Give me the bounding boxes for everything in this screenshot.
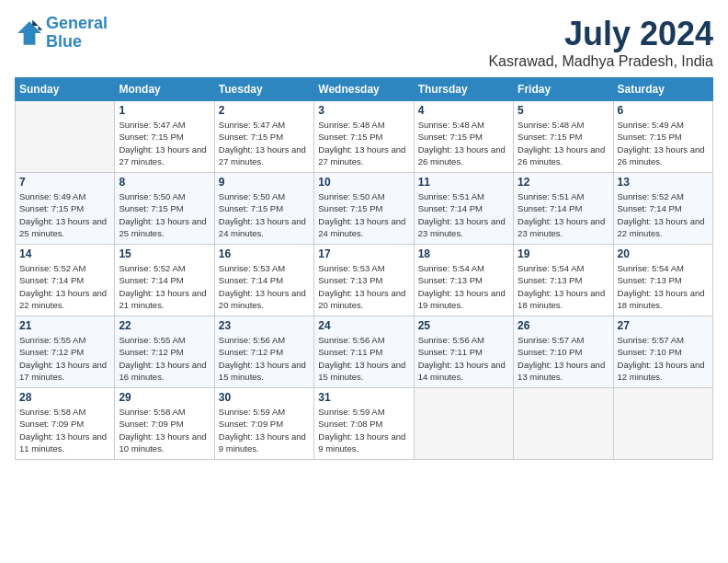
day-info: Sunrise: 5:52 AMSunset: 7:14 PMDaylight:… xyxy=(618,190,709,239)
calendar-day-cell: 26Sunrise: 5:57 AMSunset: 7:10 PMDayligh… xyxy=(514,316,613,388)
calendar-day-cell: 20Sunrise: 5:54 AMSunset: 7:13 PMDayligh… xyxy=(613,245,712,316)
calendar-day-cell xyxy=(16,101,115,173)
day-number: 4 xyxy=(418,104,509,117)
calendar-day-cell: 6Sunrise: 5:49 AMSunset: 7:15 PMDaylight… xyxy=(613,101,712,173)
calendar-day-cell xyxy=(613,388,712,460)
logo: General Blue xyxy=(15,15,108,52)
day-info: Sunrise: 5:53 AMSunset: 7:14 PMDaylight:… xyxy=(219,262,310,311)
calendar-day-cell: 10Sunrise: 5:50 AMSunset: 7:15 PMDayligh… xyxy=(314,173,414,245)
calendar-table: SundayMondayTuesdayWednesdayThursdayFrid… xyxy=(15,77,713,460)
day-info: Sunrise: 5:59 AMSunset: 7:08 PMDaylight:… xyxy=(318,406,409,454)
day-number: 23 xyxy=(219,319,310,332)
day-info: Sunrise: 5:54 AMSunset: 7:13 PMDaylight:… xyxy=(418,262,509,311)
calendar-day-cell: 11Sunrise: 5:51 AMSunset: 7:14 PMDayligh… xyxy=(414,173,513,245)
calendar-week-row: 1Sunrise: 5:47 AMSunset: 7:15 PMDaylight… xyxy=(16,101,713,173)
day-info: Sunrise: 5:48 AMSunset: 7:15 PMDaylight:… xyxy=(518,119,609,167)
day-info: Sunrise: 5:58 AMSunset: 7:09 PMDaylight:… xyxy=(19,406,110,454)
day-number: 31 xyxy=(318,391,409,404)
logo-icon xyxy=(15,18,44,48)
calendar-day-cell: 9Sunrise: 5:50 AMSunset: 7:15 PMDaylight… xyxy=(214,173,313,245)
day-number: 17 xyxy=(318,247,409,260)
day-number: 19 xyxy=(518,247,609,260)
calendar-day-cell: 13Sunrise: 5:52 AMSunset: 7:14 PMDayligh… xyxy=(613,173,712,245)
day-number: 30 xyxy=(219,391,310,404)
calendar-day-cell: 29Sunrise: 5:58 AMSunset: 7:09 PMDayligh… xyxy=(115,388,214,460)
day-number: 8 xyxy=(119,176,210,189)
day-info: Sunrise: 5:51 AMSunset: 7:14 PMDaylight:… xyxy=(518,190,609,239)
day-info: Sunrise: 5:56 AMSunset: 7:12 PMDaylight:… xyxy=(219,334,310,383)
day-info: Sunrise: 5:47 AMSunset: 7:15 PMDaylight:… xyxy=(119,119,210,167)
day-info: Sunrise: 5:49 AMSunset: 7:15 PMDaylight:… xyxy=(618,119,709,167)
title-block: July 2024 Kasrawad, Madhya Pradesh, Indi… xyxy=(488,15,713,70)
calendar-day-cell: 25Sunrise: 5:56 AMSunset: 7:11 PMDayligh… xyxy=(414,316,513,388)
svg-marker-0 xyxy=(17,21,41,45)
day-number: 22 xyxy=(119,319,210,332)
weekday-header: Tuesday xyxy=(214,78,313,101)
day-info: Sunrise: 5:56 AMSunset: 7:11 PMDaylight:… xyxy=(418,334,509,383)
day-number: 6 xyxy=(618,104,709,117)
day-number: 20 xyxy=(618,247,709,260)
calendar-day-cell: 8Sunrise: 5:50 AMSunset: 7:15 PMDaylight… xyxy=(115,173,214,245)
day-info: Sunrise: 5:52 AMSunset: 7:14 PMDaylight:… xyxy=(19,262,110,311)
calendar-day-cell xyxy=(514,388,613,460)
day-number: 5 xyxy=(518,104,609,117)
calendar-day-cell: 24Sunrise: 5:56 AMSunset: 7:11 PMDayligh… xyxy=(314,316,414,388)
day-number: 13 xyxy=(618,176,709,189)
day-number: 10 xyxy=(318,176,409,189)
day-number: 18 xyxy=(418,247,509,260)
day-info: Sunrise: 5:58 AMSunset: 7:09 PMDaylight:… xyxy=(119,406,210,454)
calendar-day-cell xyxy=(414,388,513,460)
calendar-day-cell: 19Sunrise: 5:54 AMSunset: 7:13 PMDayligh… xyxy=(514,245,613,316)
calendar-day-cell: 28Sunrise: 5:58 AMSunset: 7:09 PMDayligh… xyxy=(16,388,115,460)
calendar-day-cell: 1Sunrise: 5:47 AMSunset: 7:15 PMDaylight… xyxy=(115,101,214,173)
day-number: 9 xyxy=(219,176,310,189)
weekday-header: Sunday xyxy=(16,78,115,101)
calendar-day-cell: 30Sunrise: 5:59 AMSunset: 7:09 PMDayligh… xyxy=(214,388,313,460)
day-number: 27 xyxy=(618,319,709,332)
calendar-day-cell: 15Sunrise: 5:52 AMSunset: 7:14 PMDayligh… xyxy=(115,245,214,316)
calendar-day-cell: 22Sunrise: 5:55 AMSunset: 7:12 PMDayligh… xyxy=(115,316,214,388)
calendar-day-cell: 21Sunrise: 5:55 AMSunset: 7:12 PMDayligh… xyxy=(16,316,115,388)
calendar-day-cell: 12Sunrise: 5:51 AMSunset: 7:14 PMDayligh… xyxy=(514,173,613,245)
day-info: Sunrise: 5:57 AMSunset: 7:10 PMDaylight:… xyxy=(618,334,709,383)
calendar-day-cell: 27Sunrise: 5:57 AMSunset: 7:10 PMDayligh… xyxy=(613,316,712,388)
calendar-day-cell: 7Sunrise: 5:49 AMSunset: 7:15 PMDaylight… xyxy=(16,173,115,245)
day-number: 1 xyxy=(119,104,210,117)
day-info: Sunrise: 5:48 AMSunset: 7:15 PMDaylight:… xyxy=(418,119,509,167)
calendar-day-cell: 16Sunrise: 5:53 AMSunset: 7:14 PMDayligh… xyxy=(214,245,313,316)
calendar-day-cell: 2Sunrise: 5:47 AMSunset: 7:15 PMDaylight… xyxy=(214,101,313,173)
day-info: Sunrise: 5:50 AMSunset: 7:15 PMDaylight:… xyxy=(318,190,409,239)
day-info: Sunrise: 5:54 AMSunset: 7:13 PMDaylight:… xyxy=(518,262,609,311)
day-info: Sunrise: 5:52 AMSunset: 7:14 PMDaylight:… xyxy=(119,262,210,311)
calendar-day-cell: 23Sunrise: 5:56 AMSunset: 7:12 PMDayligh… xyxy=(214,316,313,388)
weekday-header: Wednesday xyxy=(314,78,414,101)
day-info: Sunrise: 5:50 AMSunset: 7:15 PMDaylight:… xyxy=(219,190,310,239)
calendar-week-row: 21Sunrise: 5:55 AMSunset: 7:12 PMDayligh… xyxy=(16,316,713,388)
day-info: Sunrise: 5:49 AMSunset: 7:15 PMDaylight:… xyxy=(19,190,110,239)
day-info: Sunrise: 5:50 AMSunset: 7:15 PMDaylight:… xyxy=(119,190,210,239)
day-number: 28 xyxy=(19,391,110,404)
day-info: Sunrise: 5:55 AMSunset: 7:12 PMDaylight:… xyxy=(119,334,210,383)
day-info: Sunrise: 5:59 AMSunset: 7:09 PMDaylight:… xyxy=(219,406,310,454)
calendar-header-row: SundayMondayTuesdayWednesdayThursdayFrid… xyxy=(16,78,713,101)
day-info: Sunrise: 5:53 AMSunset: 7:13 PMDaylight:… xyxy=(318,262,409,311)
day-number: 16 xyxy=(219,247,310,260)
day-number: 3 xyxy=(318,104,409,117)
day-number: 14 xyxy=(19,247,110,260)
day-info: Sunrise: 5:48 AMSunset: 7:15 PMDaylight:… xyxy=(318,119,409,167)
day-info: Sunrise: 5:56 AMSunset: 7:11 PMDaylight:… xyxy=(318,334,409,383)
weekday-header: Saturday xyxy=(613,78,712,101)
calendar-day-cell: 17Sunrise: 5:53 AMSunset: 7:13 PMDayligh… xyxy=(314,245,414,316)
logo-text: General Blue xyxy=(46,15,108,52)
calendar-day-cell: 14Sunrise: 5:52 AMSunset: 7:14 PMDayligh… xyxy=(16,245,115,316)
weekday-header: Friday xyxy=(514,78,613,101)
day-number: 11 xyxy=(418,176,509,189)
day-number: 29 xyxy=(119,391,210,404)
weekday-header: Monday xyxy=(115,78,214,101)
calendar-week-row: 14Sunrise: 5:52 AMSunset: 7:14 PMDayligh… xyxy=(16,245,713,316)
day-number: 25 xyxy=(418,319,509,332)
weekday-header: Thursday xyxy=(414,78,513,101)
calendar-day-cell: 31Sunrise: 5:59 AMSunset: 7:08 PMDayligh… xyxy=(314,388,414,460)
day-number: 7 xyxy=(19,176,110,189)
day-number: 2 xyxy=(219,104,310,117)
